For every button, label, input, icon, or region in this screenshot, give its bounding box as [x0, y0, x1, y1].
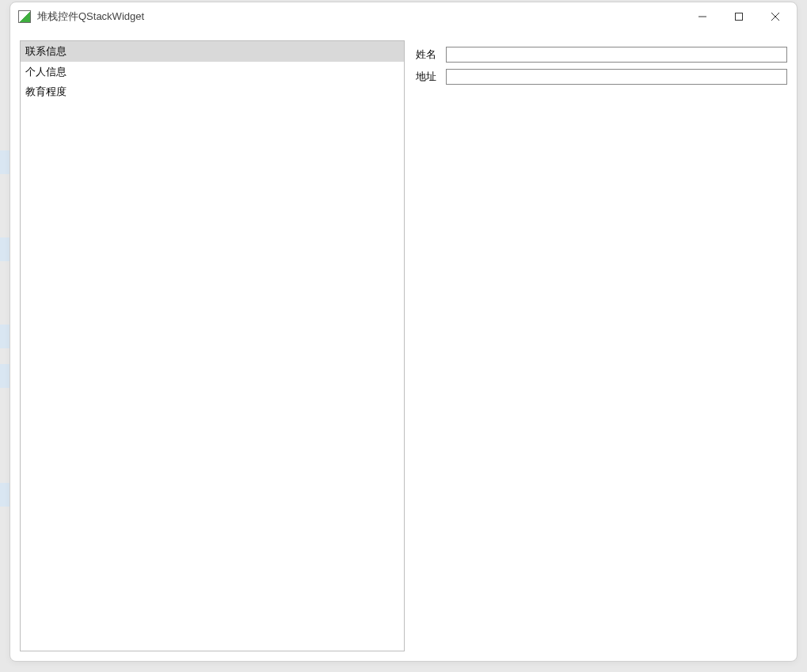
form-row: 姓名	[416, 47, 787, 63]
category-list[interactable]: 联系信息个人信息教育程度	[20, 40, 405, 651]
window-title: 堆栈控件QStackWidget	[37, 9, 684, 24]
app-icon	[18, 10, 31, 23]
close-button[interactable]	[757, 2, 794, 31]
close-icon	[771, 13, 779, 21]
form-input[interactable]	[446, 69, 787, 85]
minimize-button[interactable]	[684, 2, 721, 31]
form-panel: 姓名地址	[416, 40, 787, 651]
main-window: 堆栈控件QStackWidget 联系信息个人信息教育程度 姓名地址	[10, 2, 797, 662]
minimize-icon	[699, 13, 706, 21]
form-label: 地址	[416, 70, 443, 84]
titlebar[interactable]: 堆栈控件QStackWidget	[10, 2, 797, 31]
maximize-button[interactable]	[721, 2, 757, 31]
maximize-icon	[735, 13, 743, 21]
list-item[interactable]: 个人信息	[21, 62, 404, 82]
window-controls	[684, 2, 794, 31]
form-label: 姓名	[416, 47, 443, 62]
list-item[interactable]: 教育程度	[21, 82, 404, 102]
svg-rect-1	[736, 13, 743, 21]
content-area: 联系信息个人信息教育程度 姓名地址	[10, 31, 797, 661]
form-row: 地址	[416, 69, 787, 85]
form-input[interactable]	[446, 47, 787, 63]
list-item[interactable]: 联系信息	[21, 41, 404, 62]
